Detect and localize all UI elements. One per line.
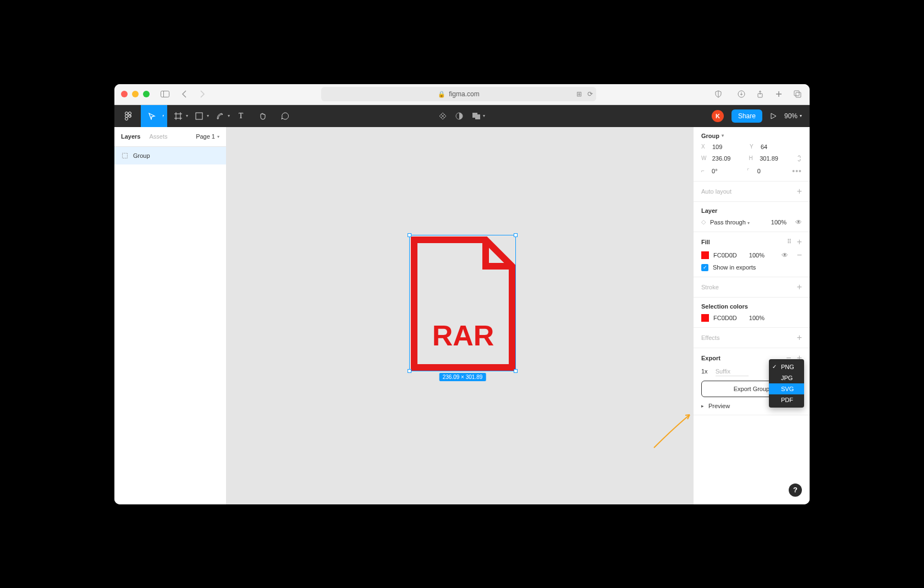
avatar-initial: K [716,113,720,119]
tabs-icon[interactable] [792,89,803,100]
svg-rect-4 [794,91,799,96]
format-option-png[interactable]: PNG [769,361,804,372]
add-fill-button[interactable]: + [797,238,802,246]
help-button[interactable]: ? [789,483,802,497]
selection-colors-title: Selection colors [701,303,802,310]
fill-opacity[interactable]: 100% [749,252,765,259]
layer-row-group[interactable]: Group [114,147,226,164]
assets-tab[interactable]: Assets [149,133,167,140]
window-controls [121,91,150,97]
app-window: 🔒 figma.com ⊞ ⟳ ▾ ▾ [114,84,810,504]
translate-icon[interactable]: ⊞ [576,90,582,98]
main-menu-button[interactable]: ▾ [114,105,141,127]
remove-fill-button[interactable]: − [797,251,802,260]
component-icon[interactable] [439,105,447,127]
visibility-toggle[interactable]: 👁 [795,218,802,226]
address-bar[interactable]: 🔒 figma.com ⊞ ⟳ [321,87,596,101]
layers-tab[interactable]: Layers [121,133,140,140]
page-selector[interactable]: Page 1▾ [196,133,219,140]
selection-handle-bl[interactable] [408,369,411,373]
boolean-icon[interactable]: ▾ [472,105,485,127]
left-panel: Layers Assets Page 1▾ Group [114,127,227,504]
sidebar-toggle-icon[interactable] [160,89,170,100]
add-stroke-button[interactable]: + [797,283,802,292]
share-icon[interactable] [755,89,766,100]
export-section-title: Export [701,355,721,361]
user-avatar[interactable]: K [712,110,724,122]
shape-tool[interactable] [188,105,210,127]
preview-label[interactable]: Preview [708,403,730,409]
maximize-window-button[interactable] [143,91,150,97]
minimize-window-button[interactable] [132,91,139,97]
rar-file-artwork: RAR [410,235,516,372]
svg-point-6 [125,112,128,114]
dimension-badge: 236.09 × 301.89 [439,373,486,381]
constrain-proportions-icon[interactable] [796,155,802,162]
fill-section-title: Fill [701,239,710,245]
comment-tool[interactable] [274,105,296,127]
svg-point-10 [125,117,128,120]
hand-tool[interactable] [252,105,274,127]
add-effect-button[interactable]: + [797,333,802,342]
preview-toggle-chevron[interactable]: ▸ [701,403,704,409]
share-button[interactable]: Share [732,109,762,123]
text-tool[interactable]: T [230,105,252,127]
new-tab-icon[interactable] [773,89,784,100]
add-auto-layout-button[interactable]: + [797,187,802,196]
fill-swatch[interactable] [701,251,709,259]
h-value[interactable]: 301.89 [760,155,792,162]
export-scale[interactable]: 1x [701,368,708,375]
export-format-dropdown: PNG JPG SVG PDF [769,359,804,408]
show-in-exports-checkbox[interactable]: ✓ [701,264,708,271]
pen-tool[interactable] [209,105,231,127]
close-window-button[interactable] [121,91,128,97]
svg-rect-0 [161,91,169,97]
blend-mode[interactable]: Pass through ▾ [710,219,750,226]
w-value[interactable]: 236.09 [712,155,745,162]
radius-value[interactable]: 0 [757,168,788,174]
fill-hex[interactable]: FC0D0D [713,252,737,259]
format-option-jpg[interactable]: JPG [769,372,804,383]
format-option-pdf[interactable]: PDF [769,394,804,405]
x-value[interactable]: 109 [712,144,745,150]
selection-name[interactable]: Group▾ [701,133,802,139]
layer-opacity[interactable]: 100% [771,219,787,226]
selection-handle-tr[interactable] [514,233,518,237]
zoom-control[interactable]: 90%▾ [784,112,802,120]
right-panel: Group▾ X 109 Y 64 W 236.09 H 301.89 ⌐ 0° [693,127,810,504]
selection-handle-br[interactable] [514,369,518,373]
selection-handle-tl[interactable] [408,233,411,237]
layer-section-title: Layer [701,207,802,214]
angle-label: ⌐ [701,168,707,174]
main-area: Layers Assets Page 1▾ Group RAR [114,127,810,504]
svg-rect-5 [796,92,801,97]
more-options-icon[interactable]: ••• [792,167,802,175]
show-in-exports-label: Show in exports [713,264,756,271]
frame-tool[interactable] [167,105,189,127]
shield-icon[interactable] [713,89,724,100]
export-suffix-input[interactable] [716,367,749,376]
y-value[interactable]: 64 [761,144,794,150]
downloads-icon[interactable] [736,89,747,100]
selection-color-hex[interactable]: FC0D0D [713,315,737,321]
back-button[interactable] [178,89,189,100]
canvas[interactable]: RAR 236.09 × 301.89 [227,127,693,504]
forward-button[interactable] [197,89,208,100]
svg-point-8 [125,114,128,117]
svg-text:RAR: RAR [432,320,494,351]
fill-visibility-icon[interactable]: 👁 [782,251,788,259]
url-host: figma.com [449,90,479,98]
radius-label: ⌜ [747,168,753,174]
mask-icon[interactable] [455,105,463,127]
move-tool[interactable] [141,105,163,127]
angle-value[interactable]: 0° [712,168,743,174]
present-button[interactable] [770,105,777,127]
reload-icon[interactable]: ⟳ [587,90,593,98]
format-option-svg[interactable]: SVG [769,383,804,394]
fill-styles-icon[interactable]: ⠿ [787,238,791,245]
stroke-section-title: Stroke [701,284,719,290]
selection-box[interactable]: RAR 236.09 × 301.89 [409,235,516,371]
selection-color-swatch[interactable] [701,314,709,322]
selection-color-opacity[interactable]: 100% [749,315,765,321]
blend-drop-icon[interactable]: ◇ [701,218,706,226]
